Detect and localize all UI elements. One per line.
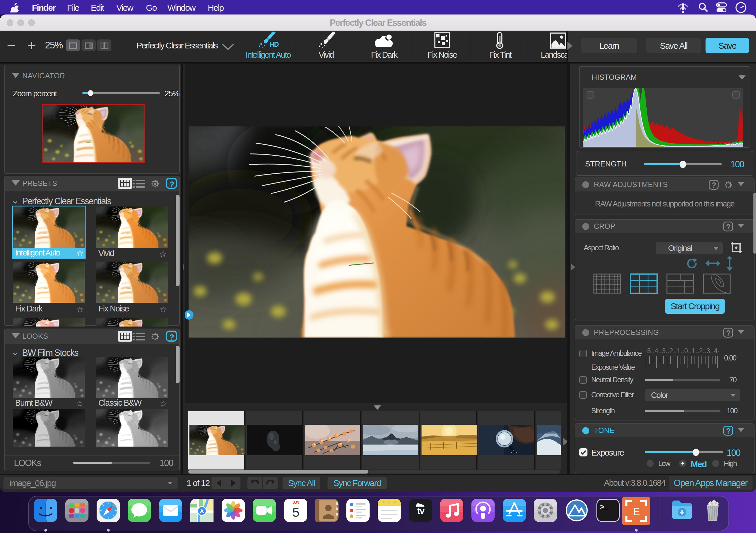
svg-text:·5..4..3..2..1..0..1..2..3..4·: ·5..4..3..2..1..0..1..2..3..4·.5 <box>645 347 718 355</box>
svg-text:HD: HD <box>270 40 279 48</box>
svg-text:JUN: JUN <box>292 500 299 505</box>
svg-text:tv: tv <box>417 506 424 516</box>
svg-text:>_: >_ <box>600 503 608 512</box>
svg-text:5: 5 <box>292 505 299 520</box>
svg-text:E: E <box>633 506 640 518</box>
